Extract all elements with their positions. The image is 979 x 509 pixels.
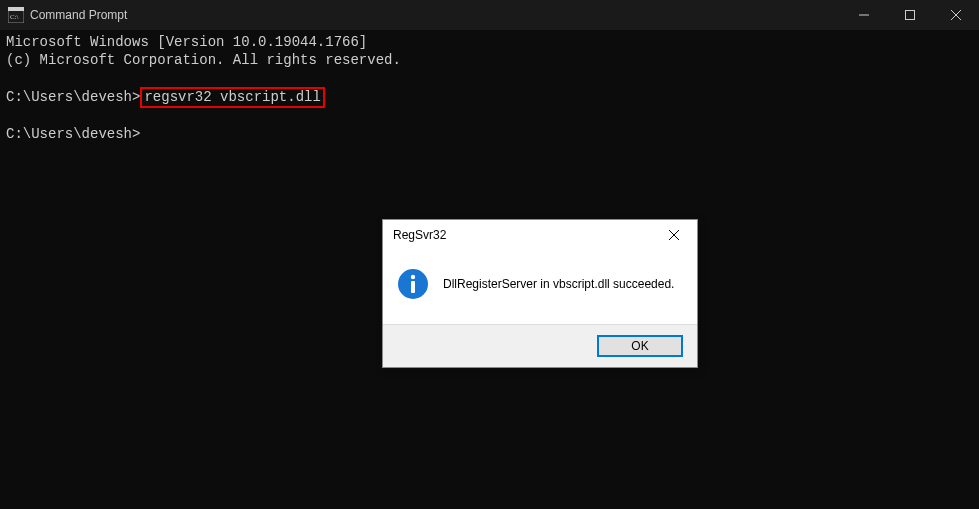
svg-rect-4	[906, 11, 915, 20]
dialog-message: DllRegisterServer in vbscript.dll succee…	[443, 277, 674, 291]
minimize-button[interactable]	[841, 0, 887, 30]
terminal-line	[6, 69, 973, 87]
dialog-footer: OK	[383, 324, 697, 367]
info-icon	[397, 268, 429, 300]
ok-button[interactable]: OK	[597, 335, 683, 357]
close-button[interactable]	[933, 0, 979, 30]
dialog-close-button[interactable]	[659, 220, 689, 250]
terminal-prompt-line: C:\Users\devesh>regsvr32 vbscript.dll	[6, 87, 973, 109]
prompt-prefix: C:\Users\devesh>	[6, 89, 140, 105]
dialog-title: RegSvr32	[393, 228, 659, 242]
svg-rect-1	[8, 7, 24, 11]
terminal-line	[6, 108, 973, 126]
dialog-body: DllRegisterServer in vbscript.dll succee…	[383, 250, 697, 324]
terminal-line: Microsoft Windows [Version 10.0.19044.17…	[6, 34, 973, 52]
svg-text:C:\: C:\	[10, 13, 19, 21]
cmd-icon: C:\	[8, 7, 24, 23]
titlebar[interactable]: C:\ Command Prompt	[0, 0, 979, 30]
terminal-line: (c) Microsoft Corporation. All rights re…	[6, 52, 973, 70]
svg-point-10	[411, 275, 415, 279]
terminal-prompt-line: C:\Users\devesh>	[6, 126, 973, 144]
maximize-button[interactable]	[887, 0, 933, 30]
svg-rect-11	[411, 281, 415, 293]
highlighted-command: regsvr32 vbscript.dll	[140, 87, 324, 109]
window-controls	[841, 0, 979, 30]
window-title: Command Prompt	[30, 8, 841, 22]
dialog-titlebar[interactable]: RegSvr32	[383, 220, 697, 250]
regsvr32-dialog: RegSvr32 DllRegisterServer in vbscript.d…	[382, 219, 698, 368]
